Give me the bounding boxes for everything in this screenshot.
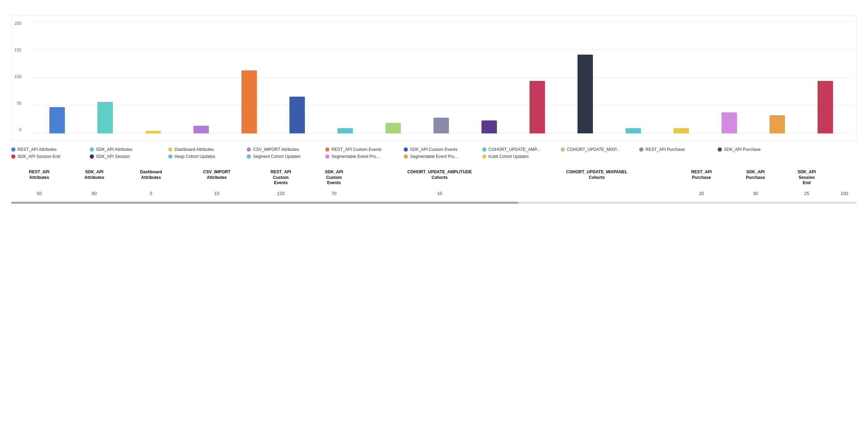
- bar: [193, 126, 209, 134]
- bar-group: [274, 97, 320, 133]
- legend-item: COHORT_UPDATE_AMP...: [482, 147, 552, 152]
- legend-label: COHORT_UPDATE_AMP...: [488, 147, 540, 152]
- legend-label: REST_API Attributes: [18, 147, 56, 152]
- table-col-value: [520, 188, 674, 199]
- table-col-header: SDK_APIAttributes: [67, 167, 122, 188]
- bar-group: [562, 55, 608, 133]
- x-axis-bottom: [31, 133, 851, 140]
- legend-dot: [404, 147, 408, 152]
- legend-item: Segment Cohort Updates: [247, 154, 317, 159]
- legend-dot: [639, 147, 643, 152]
- bar: [241, 70, 257, 133]
- legend-label: SDK_API Purchase: [724, 147, 761, 152]
- legend-item: Segmentable Event Pro...: [325, 154, 395, 159]
- legend-label: COHORT_UPDATE_MIXP...: [567, 147, 620, 152]
- bar-group: [370, 123, 416, 133]
- legend-dot: [482, 154, 486, 159]
- bar: [481, 120, 497, 134]
- bar: [818, 81, 833, 133]
- legend-dot: [561, 147, 565, 152]
- table-col-header: COHORT_UPDATE_AMPLITUDECohorts: [359, 167, 520, 188]
- bar: [289, 97, 305, 133]
- bar-group: [802, 81, 848, 133]
- legend-item: COHORT_UPDATE_MIXP...: [561, 147, 631, 152]
- legend-item: SDK_API Session: [90, 154, 160, 159]
- legend-item: Dashboard Attributes: [168, 147, 238, 152]
- legend-dot: [90, 147, 94, 152]
- legend-label: REST_API Purchase: [645, 147, 685, 152]
- legend-item: SDK_API Session End: [11, 154, 81, 159]
- legend-item: SDK_API Purchase: [718, 147, 788, 152]
- legend-dot: [325, 147, 329, 152]
- table-col-value: 10: [359, 188, 520, 199]
- legend-item: SDK_API Custom Events: [404, 147, 474, 152]
- scrollbar-area[interactable]: [11, 202, 857, 204]
- legend-label: SDK_API Custom Events: [410, 147, 457, 152]
- table-col-header: REST_APICustomEvents: [253, 167, 309, 188]
- legend-dot: [482, 147, 486, 152]
- bar-group: [226, 70, 272, 133]
- bar: [145, 131, 161, 134]
- legend-label: Heap Cohort Updates: [175, 154, 215, 159]
- bar: [97, 102, 113, 133]
- bar-group: [754, 115, 800, 134]
- legend-dot: [90, 154, 94, 159]
- bar-group: [466, 120, 512, 134]
- bar: [770, 115, 785, 134]
- table-col-value: 70: [309, 188, 359, 199]
- bar-group: [82, 102, 128, 133]
- legend-label: Segmentable Event Pro...: [410, 154, 458, 159]
- bar: [529, 81, 545, 133]
- table-col-header: REST_APIAttributes: [11, 167, 67, 188]
- table-col-value: 60: [67, 188, 122, 199]
- legend-item: REST_API Custom Events: [325, 147, 395, 152]
- legend-label: Segmentable Event Pro...: [332, 154, 380, 159]
- bar: [385, 123, 401, 133]
- y-axis: 0 50 100 150 200: [14, 21, 21, 133]
- legend-label: SDK_API Session: [96, 154, 130, 159]
- table-col-value: 100: [832, 188, 857, 199]
- table-col-header: [832, 167, 857, 188]
- table-col-value: 30: [730, 188, 782, 199]
- bar-group: [418, 118, 464, 133]
- bar-group: [322, 128, 368, 133]
- legend-label: Segment Cohort Updates: [253, 154, 300, 159]
- bar-group: [514, 81, 560, 133]
- legend-dot: [11, 154, 15, 159]
- table-col-header: COHORT_UPDATE_MIXPANELCohorts: [520, 167, 674, 188]
- table-col-value: 15: [181, 188, 253, 199]
- legend-dot: [247, 147, 251, 152]
- table-col-header: REST_APIPurchase: [674, 167, 730, 188]
- table-col-value: 5: [121, 188, 180, 199]
- bar-group: [706, 112, 752, 133]
- table-col-header: SDK_APIPurchase: [730, 167, 782, 188]
- table-col-header: CSV_IMPORTAttributes: [181, 167, 253, 188]
- bar: [626, 128, 641, 133]
- bar: [674, 128, 689, 133]
- legend-item: Segmentable Event Pro...: [404, 154, 474, 159]
- bar: [577, 55, 593, 133]
- legend-label: REST_API Custom Events: [332, 147, 382, 152]
- legend-item: SDK_API Attributes: [90, 147, 160, 152]
- legend-dot: [247, 154, 251, 159]
- legend-dot: [718, 147, 722, 152]
- legend-dot: [404, 154, 408, 159]
- legend-dot: [325, 154, 329, 159]
- bar-group: [658, 128, 704, 133]
- bars-row: [31, 21, 851, 133]
- legend-item: REST_API Attributes: [11, 147, 81, 152]
- bottom-data-table: REST_APIAttributesSDK_APIAttributesDashb…: [11, 167, 857, 199]
- legend: REST_API AttributesSDK_API AttributesDas…: [11, 147, 857, 159]
- legend-item: Heap Cohort Updates: [168, 154, 238, 159]
- table-col-value: 120: [253, 188, 309, 199]
- legend-dot: [11, 147, 15, 152]
- legend-dot: [168, 154, 172, 159]
- legend-label: Kubit Cohort Updates: [488, 154, 529, 159]
- legend-item: REST_API Purchase: [639, 147, 709, 152]
- table-col-header: DashboardAttributes: [121, 167, 180, 188]
- legend-item: CSV_IMPORT Attributes: [247, 147, 317, 152]
- bar-group: [178, 126, 224, 134]
- bar: [433, 118, 449, 133]
- scrollbar-thumb: [11, 202, 519, 204]
- bar-group: [34, 107, 80, 133]
